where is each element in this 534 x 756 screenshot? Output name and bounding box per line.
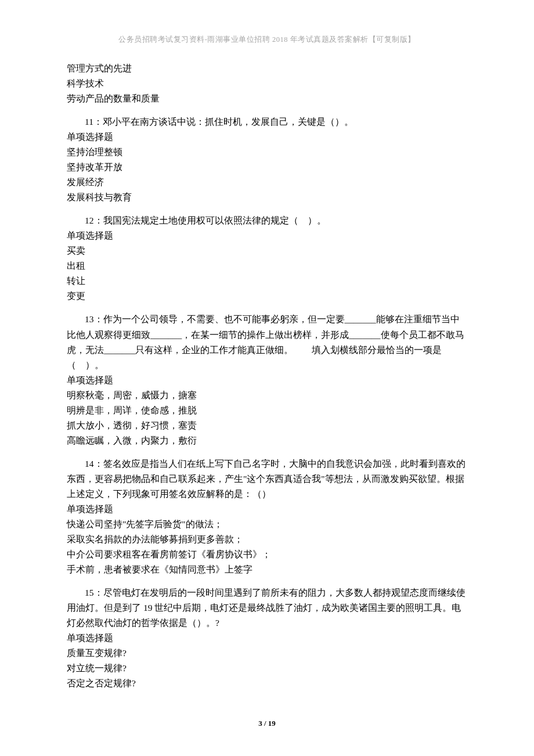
option-line: 高瞻远瞩，入微，内聚力，敷衍 (67, 433, 467, 448)
question-13: 13：作为一个公司领导，不需要、也不可能事必躬亲，但一定要_______能够在注… (67, 312, 467, 448)
question-text: 12：我国宪法规定土地使用权可以依照法律的规定（ ）。 (67, 213, 467, 228)
option-line: 劳动产品的数量和质量 (67, 91, 467, 106)
question-type: 单项选择题 (67, 502, 467, 517)
question-text: 11：邓小平在南方谈话中说：抓住时机，发展自己，关键是（）。 (67, 114, 467, 129)
question-text: 14：签名效应是指当人们在纸上写下自己名字时，大脑中的自我意识会加强，此时看到喜… (67, 456, 467, 502)
option-line: 明辨是非，周详，使命感，推脱 (67, 403, 467, 418)
option-line: 发展科技与教育 (67, 190, 467, 205)
page-header: 公务员招聘考试复习资料-雨湖事业单位招聘 2018 年考试真题及答案解析【可复制… (67, 35, 467, 45)
option-line: 否定之否定规律? (67, 676, 467, 691)
question-type: 单项选择题 (67, 631, 467, 646)
question-type: 单项选择题 (67, 373, 467, 388)
option-line: 采取实名捐款的办法能够募捐到更多善款； (67, 532, 467, 547)
option-line: 买卖 (67, 243, 467, 258)
option-line: 中介公司要求租客在看房前签订《看房协议书》； (67, 547, 467, 562)
option-line: 快递公司坚持"先签字后验货"的做法； (67, 517, 467, 532)
question-type: 单项选择题 (67, 129, 467, 145)
option-line: 出租 (67, 258, 467, 273)
option-line: 抓大放小，透彻，好习惯，塞责 (67, 418, 467, 433)
document-content: 管理方式的先进 科学技术 劳动产品的数量和质量 11：邓小平在南方谈话中说：抓住… (67, 61, 467, 691)
option-line: 对立统一规律? (67, 661, 467, 676)
option-line: 发展经济 (67, 175, 467, 190)
option-line: 坚持改革开放 (67, 160, 467, 175)
leading-options-block: 管理方式的先进 科学技术 劳动产品的数量和质量 (67, 61, 467, 106)
question-text: 13：作为一个公司领导，不需要、也不可能事必躬亲，但一定要_______能够在注… (67, 312, 467, 372)
option-line: 转让 (67, 273, 467, 289)
question-12: 12：我国宪法规定土地使用权可以依照法律的规定（ ）。 单项选择题 买卖 出租 … (67, 213, 467, 304)
option-line: 手术前，患者被要求在《知情同意书》上签字 (67, 562, 467, 577)
question-14: 14：签名效应是指当人们在纸上写下自己名字时，大脑中的自我意识会加强，此时看到喜… (67, 456, 467, 577)
question-type: 单项选择题 (67, 228, 467, 243)
question-15: 15：尽管电灯在发明后的一段时间里遇到了前所未有的阻力，大多数人都持观望态度而继… (67, 585, 467, 691)
option-line: 坚持治理整顿 (67, 145, 467, 160)
option-line: 管理方式的先进 (67, 61, 467, 76)
option-line: 明察秋毫，周密，威慑力，搪塞 (67, 388, 467, 403)
option-line: 质量互变规律? (67, 646, 467, 661)
question-text: 15：尽管电灯在发明后的一段时间里遇到了前所未有的阻力，大多数人都持观望态度而继… (67, 585, 467, 631)
option-line: 变更 (67, 289, 467, 304)
option-line: 科学技术 (67, 76, 467, 91)
page-footer: 3 / 19 (0, 719, 534, 728)
question-11: 11：邓小平在南方谈话中说：抓住时机，发展自己，关键是（）。 单项选择题 坚持治… (67, 114, 467, 205)
